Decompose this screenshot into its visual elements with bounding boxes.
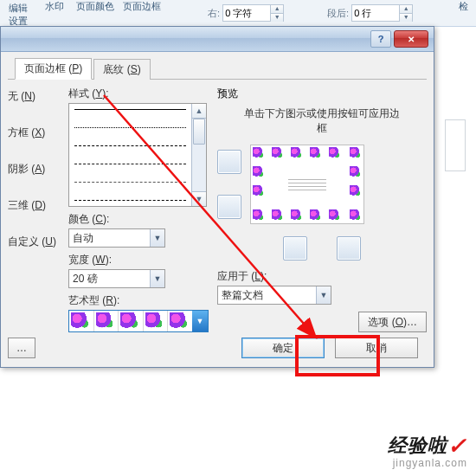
art-motif-icon (253, 185, 265, 197)
width-combo[interactable]: 20 磅 ▼ (68, 269, 165, 288)
art-label: 艺术型 (R): (68, 293, 209, 308)
art-motif-icon (291, 209, 303, 222)
scroll-track[interactable] (192, 119, 206, 191)
style-option[interactable] (74, 200, 186, 201)
setting-box[interactable]: 方框 (X) (8, 123, 56, 142)
art-motif-icon (329, 147, 341, 159)
color-value: 自动 (69, 229, 150, 247)
art-motif-icon (69, 311, 94, 331)
spin-down-icon[interactable]: ▼ (399, 14, 412, 22)
border-right-button[interactable] (337, 236, 361, 261)
close-button[interactable]: ✕ (394, 30, 428, 48)
ribbon-group-edit: 编辑 设置 (9, 2, 28, 28)
chevron-down-icon[interactable]: ▼ (192, 311, 208, 331)
ribbon-group-watermark: 水印 (45, 0, 64, 13)
ribbon-spacing-after[interactable]: 段后: ▲▼ (327, 4, 413, 22)
tab-page-border[interactable]: 页面边框 (P) (15, 58, 92, 80)
setting-column: 无 (N) 方框 (X) 阴影 (A) 三维 (D) 自定义 (U) (8, 87, 60, 332)
art-motif-icon (144, 311, 169, 331)
tab-shading[interactable]: 底纹 (S) (93, 59, 150, 80)
options-button[interactable]: 选项 (O)… (358, 312, 427, 332)
color-combo[interactable]: 自动 ▼ (68, 228, 165, 248)
art-motif-icon (119, 311, 144, 331)
side-panel-strip (445, 119, 466, 171)
art-motif-icon (329, 209, 341, 222)
border-bottom-button[interactable] (217, 195, 241, 219)
page-border-dialog: ? ✕ 页面边框 (P) 底纹 (S) 无 (N) 方框 (X) 阴影 (A) … (0, 26, 434, 368)
style-option[interactable] (74, 164, 186, 164)
help-button[interactable]: ? (370, 30, 391, 48)
art-combo[interactable]: ▼ (68, 310, 209, 332)
art-motif-icon (253, 166, 265, 178)
border-left-button[interactable] (283, 236, 307, 261)
art-motif-icon (168, 311, 192, 331)
art-motif-icon (350, 185, 362, 197)
style-scrollbar[interactable]: ▲ ▼ (191, 104, 206, 206)
preview-text-lines (288, 177, 326, 193)
width-label: 宽度 (W): (68, 253, 209, 267)
watermark: 经验啦✓ jingyanla.com (388, 431, 467, 469)
setting-shadow[interactable]: 阴影 (A) (8, 159, 56, 178)
style-option[interactable] (74, 145, 186, 146)
art-motif-icon (350, 209, 362, 222)
cancel-button[interactable]: 取消 (335, 338, 418, 358)
spin-up-icon[interactable]: ▲ (399, 5, 412, 14)
art-motif-icon (253, 209, 265, 222)
ribbon-group-check: 检 (459, 0, 468, 13)
ribbon-indent-right[interactable]: 右: ▲▼ (208, 4, 284, 22)
style-option[interactable] (74, 109, 186, 110)
border-top-button[interactable] (217, 150, 241, 174)
style-listbox[interactable]: ▲ ▼ (68, 103, 207, 207)
spin-down-icon[interactable]: ▼ (270, 14, 283, 22)
art-motif-icon (272, 209, 284, 222)
art-motif-icon (253, 147, 265, 159)
width-value: 20 磅 (69, 270, 150, 287)
dialog-titlebar: ? ✕ (1, 27, 434, 52)
ribbon-group-pagecolor: 页面颜色 (76, 0, 114, 13)
setting-none[interactable]: 无 (N) (8, 87, 56, 106)
check-icon: ✓ (447, 433, 467, 460)
ok-button[interactable]: 确定 (241, 338, 325, 358)
setting-3d[interactable]: 三维 (D) (8, 196, 56, 215)
chevron-down-icon[interactable]: ▼ (150, 229, 164, 247)
spacing-after-input[interactable] (352, 8, 399, 18)
style-option[interactable] (74, 182, 186, 183)
ribbon-group-pageborder: 页面边框 (123, 0, 161, 13)
chevron-down-icon[interactable]: ▼ (150, 270, 164, 287)
spin-up-icon[interactable]: ▲ (270, 5, 283, 14)
art-motif-icon (350, 147, 362, 159)
chevron-down-icon[interactable]: ▼ (316, 286, 331, 304)
style-option[interactable] (74, 127, 186, 128)
scroll-up-icon[interactable]: ▲ (192, 104, 206, 119)
indent-right-input[interactable] (223, 8, 270, 18)
color-label: 颜色 (C): (68, 212, 209, 227)
setting-custom[interactable]: 自定义 (U) (8, 232, 56, 251)
style-label: 样式 (Y): (68, 87, 209, 101)
preview-hint: 单击下方图示或使用按钮可应用边框 (217, 103, 427, 139)
art-motif-icon (310, 147, 322, 159)
scroll-thumb[interactable] (193, 119, 205, 145)
art-motif-icon (291, 147, 303, 159)
apply-to-combo[interactable]: 整篇文档 ▼ (217, 286, 331, 305)
art-motif-icon (310, 209, 322, 222)
apply-to-value: 整篇文档 (218, 286, 316, 304)
scroll-down-icon[interactable]: ▼ (192, 191, 206, 206)
art-motif-icon (272, 147, 284, 159)
preview-area (217, 139, 427, 229)
preview-label: 预览 (217, 87, 427, 101)
apply-label: 应用于 (L): (217, 269, 427, 284)
overflow-button[interactable]: … (8, 338, 35, 358)
close-icon: ✕ (408, 35, 415, 44)
art-motif-icon (350, 166, 362, 178)
preview-document[interactable] (250, 145, 364, 224)
dialog-tabs: 页面边框 (P) 底纹 (S) (8, 57, 427, 80)
art-motif-icon (94, 311, 119, 331)
